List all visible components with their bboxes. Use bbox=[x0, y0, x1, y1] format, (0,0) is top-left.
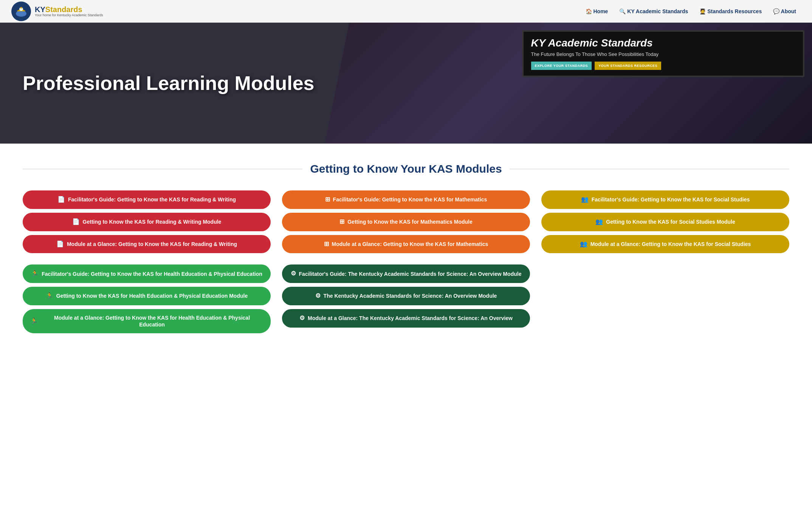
column-reading-writing: 📄 Facilitator's Guide: Getting to Know t… bbox=[23, 190, 271, 253]
ss-glance-label: Module at a Glance: Getting to Know the … bbox=[590, 241, 751, 247]
logo-link[interactable]: KYStandards Your home for Kentucky Acade… bbox=[11, 2, 103, 21]
column-mathematics: ⊞ Facilitator's Guide: Getting to Know t… bbox=[282, 190, 530, 253]
rw-facilitator-guide[interactable]: 📄 Facilitator's Guide: Getting to Know t… bbox=[23, 190, 271, 209]
column-social-studies: 👥 Facilitator's Guide: Getting to Know t… bbox=[541, 190, 789, 253]
hpe-glance-label: Module at a Glance: Getting to Know the … bbox=[41, 314, 263, 328]
document-icon: 📄 bbox=[57, 196, 65, 204]
gear-icon: ⚙ bbox=[315, 292, 321, 300]
people-icon: 👥 bbox=[581, 196, 589, 204]
page-title: Professional Learning Modules bbox=[0, 72, 337, 94]
modules-grid: 📄 Facilitator's Guide: Getting to Know t… bbox=[23, 190, 789, 333]
hpe-module-label: Getting to Know the KAS for Health Educa… bbox=[56, 292, 248, 299]
column-empty bbox=[541, 264, 789, 333]
navigation: KYStandards Your home for Kentucky Acade… bbox=[0, 0, 812, 23]
section-header: Getting to Know Your KAS Modules bbox=[23, 162, 789, 175]
grid-icon: ⊞ bbox=[339, 218, 344, 226]
people-icon: 👥 bbox=[580, 240, 587, 248]
person-icon: 🏃 bbox=[30, 317, 38, 325]
math-glance[interactable]: ⊞ Module at a Glance: Getting to Know th… bbox=[282, 235, 530, 254]
nav-standards-resources[interactable]: 🧑‍🎓 Standards Resources bbox=[695, 6, 766, 17]
math-module-label: Getting to Know the KAS for Mathematics … bbox=[347, 218, 473, 225]
ss-facilitator-guide[interactable]: 👥 Facilitator's Guide: Getting to Know t… bbox=[541, 190, 789, 209]
hpe-glance[interactable]: 🏃 Module at a Glance: Getting to Know th… bbox=[23, 309, 271, 333]
rw-module[interactable]: 📄 Getting to Know the KAS for Reading & … bbox=[23, 213, 271, 231]
math-module[interactable]: ⊞ Getting to Know the KAS for Mathematic… bbox=[282, 213, 530, 231]
grid-icon: ⊞ bbox=[325, 196, 330, 204]
hero-screen-buttons: EXPLORE YOUR STANDARDS YOUR STANDARDS RE… bbox=[531, 62, 796, 70]
hero-screen-content: KY Academic Standards The Future Belongs… bbox=[522, 30, 805, 77]
math-facilitator-guide-label: Facilitator's Guide: Getting to Know the… bbox=[333, 196, 487, 203]
svg-point-1 bbox=[16, 11, 26, 17]
sci-glance-label: Module at a Glance: The Kentucky Academi… bbox=[308, 315, 513, 322]
gear-icon: ⚙ bbox=[291, 270, 296, 278]
ss-module-label: Getting to Know the KAS for Social Studi… bbox=[606, 218, 735, 225]
rw-facilitator-guide-label: Facilitator's Guide: Getting to Know the… bbox=[68, 196, 236, 203]
hero-screen-title: KY Academic Standards bbox=[531, 37, 796, 49]
nav-links: 🏠 Home 🔍 KY Academic Standards 🧑‍🎓 Stand… bbox=[581, 6, 801, 17]
hero-screen-decoration: KY Academic Standards The Future Belongs… bbox=[325, 23, 812, 144]
sci-module[interactable]: ⚙ The Kentucky Academic Standards for Sc… bbox=[282, 287, 530, 305]
standards-resources-button[interactable]: YOUR STANDARDS RESOURCES bbox=[595, 62, 661, 70]
gear-icon: ⚙ bbox=[299, 314, 305, 322]
person-icon: 🏃 bbox=[46, 292, 53, 300]
nav-home[interactable]: 🏠 Home bbox=[581, 6, 613, 17]
sci-facilitator-guide-label: Facilitator's Guide: The Kentucky Academ… bbox=[299, 271, 522, 277]
hpe-facilitator-guide-label: Facilitator's Guide: Getting to Know the… bbox=[42, 271, 262, 277]
nav-ky-academic-standards[interactable]: 🔍 KY Academic Standards bbox=[615, 6, 693, 17]
people-icon: 👥 bbox=[595, 218, 603, 226]
explore-standards-button[interactable]: EXPLORE YOUR STANDARDS bbox=[531, 62, 592, 70]
divider-right bbox=[510, 169, 789, 169]
ss-glance[interactable]: 👥 Module at a Glance: Getting to Know th… bbox=[541, 235, 789, 254]
nav-about[interactable]: 💬 About bbox=[769, 6, 801, 17]
column-science: ⚙ Facilitator's Guide: The Kentucky Acad… bbox=[282, 264, 530, 333]
math-glance-label: Module at a Glance: Getting to Know the … bbox=[332, 241, 488, 247]
hero-section: KY Academic Standards The Future Belongs… bbox=[0, 23, 812, 144]
rw-module-label: Getting to Know the KAS for Reading & Wr… bbox=[83, 218, 222, 225]
logo-ky-text: KYStandards bbox=[35, 6, 103, 13]
rw-glance-label: Module at a Glance: Getting to Know the … bbox=[67, 241, 237, 247]
sci-module-label: The Kentucky Academic Standards for Scie… bbox=[324, 292, 497, 299]
hpe-facilitator-guide[interactable]: 🏃 Facilitator's Guide: Getting to Know t… bbox=[23, 264, 271, 283]
document-icon: 📄 bbox=[56, 240, 64, 248]
ss-module[interactable]: 👥 Getting to Know the KAS for Social Stu… bbox=[541, 213, 789, 231]
hpe-module[interactable]: 🏃 Getting to Know the KAS for Health Edu… bbox=[23, 287, 271, 305]
sci-facilitator-guide[interactable]: ⚙ Facilitator's Guide: The Kentucky Acad… bbox=[282, 264, 530, 283]
logo-subtitle: Your home for Kentucky Academic Standard… bbox=[35, 13, 103, 17]
hero-screen-subtitle: The Future Belongs To Those Who See Poss… bbox=[531, 51, 796, 57]
sci-glance[interactable]: ⚙ Module at a Glance: The Kentucky Acade… bbox=[282, 309, 530, 328]
divider-left bbox=[23, 169, 302, 169]
logo-icon bbox=[11, 2, 31, 21]
person-icon: 🏃 bbox=[31, 270, 39, 278]
grid-icon: ⊞ bbox=[324, 240, 329, 248]
rw-glance[interactable]: 📄 Module at a Glance: Getting to Know th… bbox=[23, 235, 271, 254]
column-health-pe: 🏃 Facilitator's Guide: Getting to Know t… bbox=[23, 264, 271, 333]
main-content: Getting to Know Your KAS Modules 📄 Facil… bbox=[0, 144, 812, 356]
document-icon: 📄 bbox=[72, 218, 80, 226]
math-facilitator-guide[interactable]: ⊞ Facilitator's Guide: Getting to Know t… bbox=[282, 190, 530, 209]
ss-facilitator-guide-label: Facilitator's Guide: Getting to Know the… bbox=[592, 196, 750, 203]
section-title: Getting to Know Your KAS Modules bbox=[310, 162, 502, 175]
